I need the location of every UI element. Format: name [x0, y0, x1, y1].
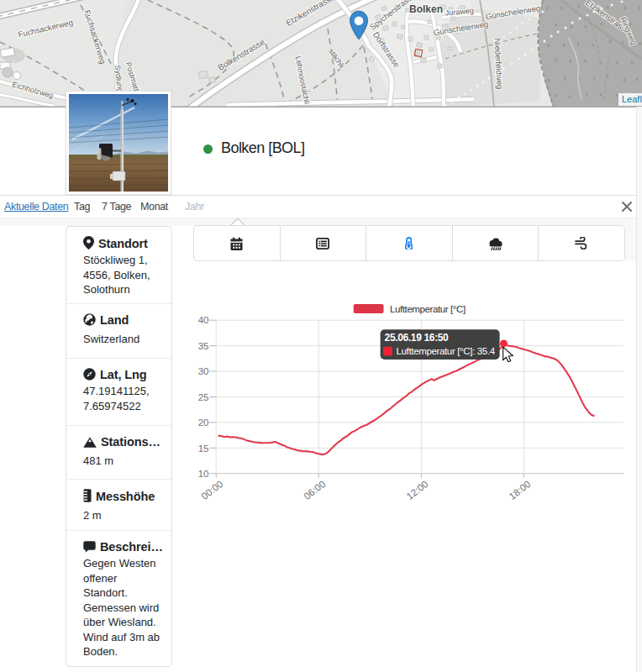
svg-text:12:00: 12:00 [404, 479, 429, 501]
svg-text:18:00: 18:00 [507, 479, 532, 501]
svg-text:06:00: 06:00 [302, 479, 327, 501]
svg-text:Bolken: Bolken [409, 3, 443, 15]
svg-text:20: 20 [198, 417, 209, 428]
svg-text:00:00: 00:00 [199, 479, 224, 501]
svg-text:25: 25 [198, 392, 209, 402]
svg-text:15: 15 [198, 444, 209, 454]
svg-text:30: 30 [198, 366, 209, 376]
svg-text:25.06.19 16:50: 25.06.19 16:50 [385, 332, 450, 344]
svg-text:40: 40 [198, 315, 209, 325]
svg-text:Leafle: Leafle [622, 94, 642, 104]
svg-text:10: 10 [198, 469, 209, 479]
svg-text:35: 35 [198, 341, 209, 351]
svg-text:Lufttemperatur [°C]: 35.4: Lufttemperatur [°C]: 35.4 [397, 346, 496, 356]
svg-text:Lufttemperatur [°C]: Lufttemperatur [°C] [390, 304, 466, 314]
